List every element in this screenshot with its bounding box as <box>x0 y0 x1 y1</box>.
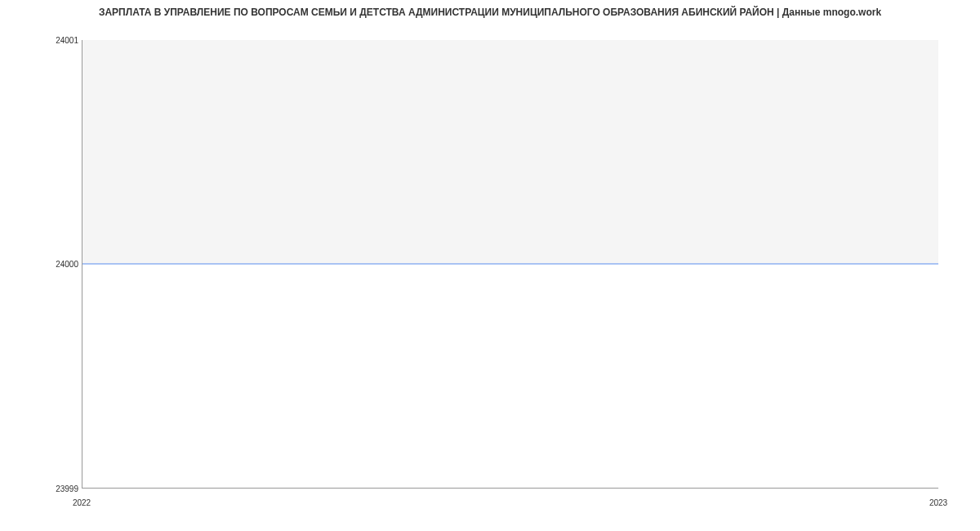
plot-area <box>82 40 938 489</box>
x-axis-tick-2022: 2022 <box>73 498 91 507</box>
chart-title: ЗАРПЛАТА В УПРАВЛЕНИЕ ПО ВОПРОСАМ СЕМЬИ … <box>41 7 939 18</box>
y-axis-tick-24001: 24001 <box>56 36 78 45</box>
y-axis-tick-23999: 23999 <box>56 484 78 493</box>
chart-container: ЗАРПЛАТА В УПРАВЛЕНИЕ ПО ВОПРОСАМ СЕМЬИ … <box>0 0 980 531</box>
data-line <box>82 264 938 265</box>
x-axis-tick-2023: 2023 <box>929 498 947 507</box>
y-axis-tick-24000: 24000 <box>56 260 78 269</box>
area-fill <box>82 264 938 488</box>
